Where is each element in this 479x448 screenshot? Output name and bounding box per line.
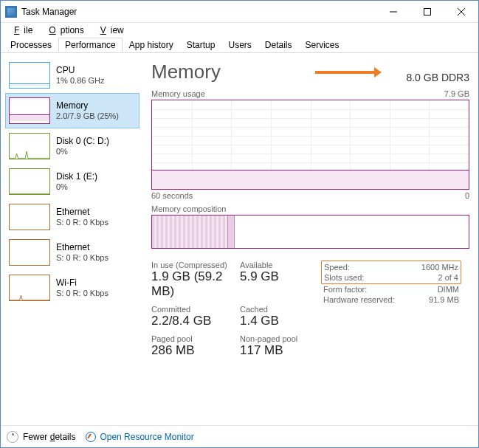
stat-paged-value: 286 MB bbox=[151, 343, 240, 358]
chart-time-left: 60 seconds bbox=[151, 191, 193, 200]
stat-cached-label: Cached bbox=[240, 305, 314, 314]
detail-reserved-label: Hardware reserved: bbox=[323, 295, 395, 304]
sidebar-item-label: Ethernet bbox=[56, 242, 108, 252]
stat-nonpaged-label: Non-paged pool bbox=[240, 334, 314, 343]
sidebar-item-cpu[interactable]: CPU1% 0.86 GHz bbox=[5, 58, 139, 93]
close-button[interactable] bbox=[444, 1, 478, 23]
stat-available-value: 5.9 GB bbox=[240, 269, 314, 284]
memory-usage-chart[interactable] bbox=[151, 100, 469, 190]
disk-thumb-icon bbox=[9, 168, 50, 195]
resource-monitor-label: Open Resource Monitor bbox=[100, 432, 193, 442]
sidebar-item-sub: S: 0 R: 0 Kbps bbox=[56, 289, 108, 297]
sidebar-item-sub: S: 0 R: 0 Kbps bbox=[56, 253, 108, 262]
stats-area: In use (Compressed)1.9 GB (59.2 MB) Avai… bbox=[151, 261, 469, 364]
usage-chart-max: 7.9 GB bbox=[444, 89, 469, 98]
sidebar-item-sub: S: 0 R: 0 Kbps bbox=[56, 218, 108, 227]
main-panel: Memory 8.0 GB DDR3 Memory usage 7.9 GB 6… bbox=[139, 58, 474, 421]
stat-committed-value: 2.2/8.4 GB bbox=[151, 314, 240, 328]
sidebar-item-ethernet[interactable]: EthernetS: 0 R: 0 Kbps bbox=[5, 199, 139, 235]
memory-details: Speed:1600 MHz Slots used:2 of 4 Form fa… bbox=[321, 261, 461, 364]
stat-inuse-value: 1.9 GB (59.2 MB) bbox=[151, 269, 240, 299]
tab-processes[interactable]: Processes bbox=[4, 38, 58, 52]
sidebar-item-sub: 2.0/7.9 GB (25%) bbox=[56, 111, 119, 120]
minimize-button[interactable] bbox=[376, 1, 410, 23]
app-icon bbox=[5, 6, 17, 18]
maximize-button[interactable] bbox=[410, 1, 444, 23]
stat-nonpaged-value: 117 MB bbox=[240, 343, 314, 358]
sidebar-item-label: Disk 1 (E:) bbox=[56, 171, 97, 182]
sidebar: CPU1% 0.86 GHz Memory2.0/7.9 GB (25%) Di… bbox=[5, 58, 139, 421]
open-resource-monitor-link[interactable]: Open Resource Monitor bbox=[86, 432, 193, 442]
sidebar-item-ethernet-2[interactable]: EthernetS: 0 R: 0 Kbps bbox=[5, 235, 139, 270]
detail-form-label: Form factor: bbox=[323, 285, 367, 294]
memory-thumb-icon bbox=[9, 97, 50, 124]
title-bar: Task Manager bbox=[1, 1, 478, 23]
tab-strip: Processes Performance App history Startu… bbox=[1, 38, 478, 53]
net-thumb-icon bbox=[9, 239, 50, 266]
tab-users[interactable]: Users bbox=[221, 38, 258, 52]
annotation-arrow-icon bbox=[315, 65, 382, 82]
chevron-up-icon: ˄ bbox=[7, 431, 18, 443]
detail-form-value: DIMM bbox=[438, 285, 459, 294]
annotation-highlight-box: Speed:1600 MHz Slots used:2 of 4 bbox=[321, 261, 461, 284]
sidebar-item-disk1[interactable]: Disk 1 (E:)0% bbox=[5, 164, 139, 199]
sidebar-item-label: Disk 0 (C: D:) bbox=[56, 136, 109, 146]
stat-available-label: Available bbox=[240, 261, 314, 269]
sidebar-item-label: Memory bbox=[56, 100, 119, 111]
sidebar-item-label: CPU bbox=[56, 65, 104, 75]
menu-file[interactable]: File bbox=[5, 24, 37, 36]
net-thumb-icon bbox=[9, 204, 50, 230]
svg-rect-1 bbox=[424, 8, 431, 15]
menu-bar: File Options View bbox=[1, 23, 478, 38]
net-thumb-icon bbox=[9, 275, 50, 301]
tab-app-history[interactable]: App history bbox=[123, 38, 180, 52]
menu-view[interactable]: View bbox=[92, 24, 128, 36]
resource-monitor-icon bbox=[86, 432, 96, 442]
detail-reserved-value: 91.9 MB bbox=[429, 295, 459, 304]
sidebar-item-sub: 0% bbox=[56, 147, 68, 156]
cpu-thumb-icon bbox=[9, 62, 50, 89]
chart-time-right: 0 bbox=[465, 191, 469, 200]
sidebar-item-label: Ethernet bbox=[56, 207, 108, 217]
stat-committed-label: Committed bbox=[151, 305, 240, 314]
tab-details[interactable]: Details bbox=[258, 38, 299, 52]
stat-inuse-label: In use (Compressed) bbox=[151, 261, 240, 269]
tab-performance[interactable]: Performance bbox=[58, 38, 123, 52]
sidebar-item-memory[interactable]: Memory2.0/7.9 GB (25%) bbox=[5, 93, 139, 128]
disk-thumb-icon bbox=[9, 133, 50, 159]
footer: ˄ Fewer details Open Resource Monitor bbox=[1, 425, 478, 447]
detail-slots-label: Slots used: bbox=[324, 273, 364, 282]
sidebar-item-sub: 1% 0.86 GHz bbox=[56, 76, 104, 85]
detail-speed-value: 1600 MHz bbox=[421, 263, 458, 272]
fewer-details-button[interactable]: ˄ Fewer details bbox=[7, 431, 75, 443]
memory-composition-chart[interactable] bbox=[151, 215, 469, 249]
sidebar-item-wifi[interactable]: Wi-FiS: 0 R: 0 Kbps bbox=[5, 270, 139, 306]
detail-speed-label: Speed: bbox=[324, 263, 350, 272]
stat-paged-label: Paged pool bbox=[151, 334, 240, 343]
memory-capacity: 8.0 GB DDR3 bbox=[406, 72, 469, 83]
tab-startup[interactable]: Startup bbox=[180, 38, 222, 52]
stat-cached-value: 1.4 GB bbox=[240, 314, 314, 328]
sidebar-item-label: Wi-Fi bbox=[56, 278, 108, 288]
svg-marker-6 bbox=[374, 67, 382, 77]
composition-label: Memory composition bbox=[151, 204, 469, 213]
menu-options[interactable]: Options bbox=[40, 24, 88, 36]
usage-chart-label: Memory usage bbox=[151, 89, 205, 98]
detail-slots-value: 2 of 4 bbox=[438, 273, 458, 282]
window-title: Task Manager bbox=[21, 7, 77, 17]
page-title: Memory bbox=[151, 61, 221, 83]
sidebar-item-sub: 0% bbox=[56, 182, 68, 191]
sidebar-item-disk0[interactable]: Disk 0 (C: D:)0% bbox=[5, 128, 139, 164]
tab-services[interactable]: Services bbox=[299, 38, 346, 52]
content-area: CPU1% 0.86 GHz Memory2.0/7.9 GB (25%) Di… bbox=[1, 53, 478, 425]
